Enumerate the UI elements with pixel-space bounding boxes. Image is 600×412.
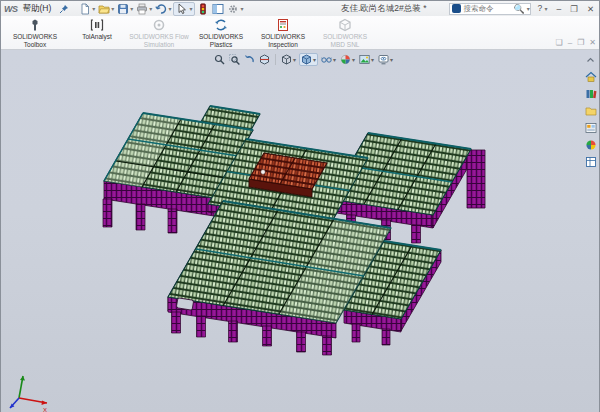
undo-icon — [155, 3, 167, 15]
tab-tolanalyst[interactable]: TolAnalyst — [67, 17, 127, 41]
pin-menu-icon[interactable] — [59, 4, 69, 14]
design-library-icon — [585, 88, 597, 100]
flow-simulation-icon — [152, 18, 166, 32]
hide-show-items-button[interactable]: ▾ — [320, 54, 337, 65]
display-style-button[interactable]: ▾ — [299, 53, 318, 66]
open-icon — [98, 3, 110, 15]
title-bar: WS 帮助(H) ▾ ▾ ▾ ▾ ▾ ▾ — [1, 1, 599, 16]
save-icon — [117, 3, 129, 15]
custom-properties-tab[interactable] — [583, 155, 598, 169]
close-button[interactable]: ✕ — [584, 3, 597, 15]
solidworks-resources-tab[interactable] — [583, 70, 598, 84]
doc-restore-button[interactable]: ❐ — [577, 39, 584, 47]
folder-icon — [585, 105, 597, 117]
view-palette-tab[interactable] — [583, 121, 598, 135]
zoom-to-area-icon — [229, 54, 240, 65]
3d-model[interactable]: X — [1, 50, 599, 412]
plastics-icon — [214, 18, 228, 32]
settings-button[interactable]: ▾ — [226, 3, 244, 15]
undo-button[interactable]: ▾ — [154, 3, 172, 15]
new-document-icon — [79, 3, 91, 15]
toolbar-separator — [275, 54, 276, 65]
tab-flow-simulation[interactable]: SOLIDWORKS Flow Simulation — [129, 17, 189, 48]
print-icon — [136, 3, 148, 15]
command-search[interactable]: 🔍 ▾ — [449, 3, 531, 15]
section-view-button[interactable] — [258, 54, 271, 65]
display-style-icon — [301, 54, 312, 65]
view-settings-button[interactable]: ▾ — [377, 54, 394, 65]
solidworks-window: WS 帮助(H) ▾ ▾ ▾ ▾ ▾ ▾ — [0, 0, 600, 412]
view-orientation-button[interactable]: ▾ — [280, 54, 297, 65]
collapse-task-pane-button[interactable] — [583, 53, 598, 67]
task-pane-tabs — [582, 52, 599, 169]
tab-inspection[interactable]: SOLIDWORKS Inspection — [253, 17, 313, 48]
new-document-button[interactable]: ▾ — [78, 3, 96, 15]
minimize-button[interactable]: – — [554, 3, 565, 15]
doc-close-button[interactable]: ✕ — [589, 39, 596, 47]
toolbox-icon — [28, 18, 42, 32]
doc-icon: ❏ — [556, 39, 563, 47]
previous-view-icon — [244, 54, 255, 65]
search-scope-icon — [452, 4, 461, 13]
document-title: 友佳.欧尚名城2#总装 * — [341, 3, 427, 15]
search-icon[interactable]: 🔍 — [513, 4, 524, 14]
custom-properties-icon — [585, 156, 597, 168]
tolanalyst-icon — [90, 18, 104, 32]
mbd-icon — [338, 18, 352, 32]
rebuild-traffic-light-icon — [197, 3, 209, 15]
view-orientation-icon — [281, 54, 292, 65]
collapse-icon — [586, 56, 595, 65]
appearances-scenes-tab[interactable] — [583, 138, 598, 152]
inspection-icon — [276, 18, 290, 32]
open-button[interactable]: ▾ — [97, 3, 115, 15]
commandmanager-addins-row: SOLIDWORKS Toolbox TolAnalyst SOLIDWORKS… — [1, 16, 599, 50]
help-button[interactable]: ? ▾ — [534, 2, 550, 15]
select-cursor-icon — [176, 3, 188, 15]
apply-scene-icon — [359, 54, 370, 65]
edit-appearance-button[interactable]: ▾ — [339, 54, 356, 65]
titlebar-right: 🔍 ▾ ? ▾ – ❐ ✕ — [449, 2, 597, 15]
building-model — [103, 106, 485, 355]
zoom-to-fit-icon — [214, 54, 225, 65]
tab-solidworks-toolbox[interactable]: SOLIDWORKS Toolbox — [5, 17, 65, 48]
zoom-to-area-button[interactable] — [228, 54, 241, 65]
triad-x-label: X — [43, 407, 47, 412]
file-explorer-tab[interactable] — [583, 104, 598, 118]
tab-mbd-snl[interactable]: SOLIDWORKS MBD SNL — [315, 17, 375, 48]
rebuild-button[interactable] — [196, 3, 210, 15]
edit-appearance-icon — [340, 54, 351, 65]
settings-gear-icon — [227, 3, 239, 15]
apply-scene-button[interactable]: ▾ — [358, 54, 375, 65]
heads-up-toolbar: ▾ ▾ ▾ ▾ ▾ ▾ — [213, 52, 394, 66]
save-button[interactable]: ▾ — [116, 3, 134, 15]
graphics-viewport[interactable]: X ▾ ▾ ▾ ▾ — [1, 50, 599, 412]
appearances-icon — [585, 139, 597, 151]
solidworks-logo-fragment: WS — [4, 4, 18, 14]
previous-view-button[interactable] — [243, 54, 256, 65]
section-view-icon — [259, 54, 270, 65]
restore-button[interactable]: ❐ — [567, 3, 581, 15]
reference-triad: X — [10, 376, 47, 412]
doc-minimize-button[interactable]: – — [568, 39, 572, 47]
select-button[interactable]: ▾ — [173, 2, 195, 16]
design-library-tab[interactable] — [583, 87, 598, 101]
options-panel-button[interactable] — [211, 3, 225, 15]
home-icon — [585, 71, 597, 83]
zoom-to-fit-button[interactable] — [213, 54, 226, 65]
print-button[interactable]: ▾ — [135, 3, 153, 15]
view-palette-icon — [585, 122, 597, 134]
options-panel-icon — [212, 3, 224, 15]
search-input[interactable] — [463, 4, 511, 13]
search-dropdown-icon[interactable]: ▾ — [527, 5, 530, 12]
hide-show-items-icon — [321, 54, 332, 65]
menu-help[interactable]: 帮助(H) — [18, 2, 57, 15]
quick-access-toolbar: ▾ ▾ ▾ ▾ ▾ ▾ ▾ — [78, 2, 244, 16]
view-settings-icon — [378, 54, 389, 65]
document-window-controls: ❏ – ❐ ✕ — [556, 39, 597, 47]
tab-plastics[interactable]: SOLIDWORKS Plastics — [191, 17, 251, 48]
